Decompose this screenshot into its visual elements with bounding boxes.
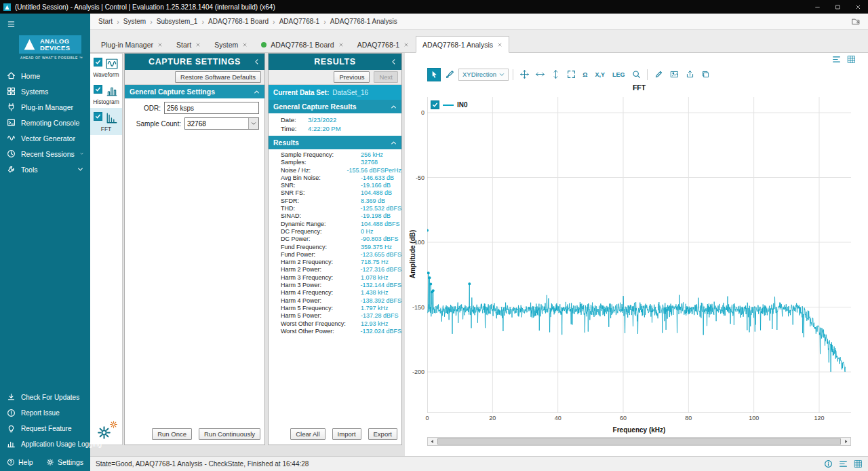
hamburger-menu-button[interactable]	[0, 14, 90, 35]
view-item-row	[90, 82, 122, 97]
sidebar-footer-settings[interactable]: Settings	[46, 458, 83, 466]
plugin-icon	[7, 102, 16, 111]
scroll-left-button[interactable]	[428, 438, 437, 445]
run-once-button[interactable]: Run Once	[152, 428, 192, 440]
result-value: -19.198 dB	[361, 212, 391, 220]
sidebar-item-application-usage-logging[interactable]: Application Usage Logging	[0, 436, 90, 452]
sidebar-item-vector-generator[interactable]: Vector Generator	[0, 130, 90, 146]
sidebar-item-systems[interactable]: Systems	[0, 83, 90, 99]
view-item-histogram[interactable]: Histogram	[90, 81, 122, 108]
export-button[interactable]: Export	[368, 428, 397, 440]
result-value: -132.144 dBFS	[360, 282, 401, 289]
scrollbar-thumb[interactable]	[437, 438, 841, 445]
fft-plot	[427, 97, 851, 413]
sidebar-item-home[interactable]: Home	[0, 68, 90, 83]
close-tab-icon[interactable]	[195, 42, 201, 48]
maximize-button[interactable]	[827, 0, 848, 14]
general-capture-results-header[interactable]: General Capture Results	[269, 100, 401, 113]
import-button[interactable]: Import	[332, 428, 361, 440]
breadcrumb-item-adaq7768-1-analysis[interactable]: ADAQ7768-1 Analysis	[330, 18, 397, 25]
checkbox-checked-icon[interactable]	[94, 58, 102, 67]
legend-toggle-button[interactable]: LEG	[610, 68, 628, 81]
close-tab-icon[interactable]	[157, 42, 163, 48]
h-zoom-button[interactable]	[533, 68, 547, 81]
chart-grid-button[interactable]	[847, 55, 856, 64]
tab-start[interactable]: Start	[170, 36, 208, 53]
annotate-button[interactable]	[652, 68, 665, 81]
scroll-right-button[interactable]	[842, 438, 850, 445]
tab-label: ADAQ7768-1 Analysis	[422, 41, 493, 49]
chart-list-button[interactable]	[832, 55, 841, 64]
pan-button[interactable]	[517, 68, 531, 81]
tab-adaq7768-1-board[interactable]: ADAQ7768-1 Board	[254, 36, 350, 53]
info-icon[interactable]	[824, 459, 833, 468]
breadcrumb-item-system[interactable]: System	[123, 18, 146, 25]
result-value: -155.56 dBFSPerHz	[347, 167, 401, 174]
previous-button[interactable]: Previous	[334, 71, 370, 83]
odr-input[interactable]	[164, 102, 259, 114]
close-tab-icon[interactable]	[403, 42, 409, 48]
general-capture-settings-header[interactable]: General Capture Settings	[125, 85, 264, 98]
minimize-icon	[814, 4, 821, 10]
sidebar-item-remoting-console[interactable]: Remoting Console	[0, 115, 90, 130]
next-button[interactable]: Next	[374, 71, 398, 83]
analysis-settings-button[interactable]	[96, 420, 118, 440]
close-tab-icon[interactable]	[338, 42, 344, 48]
results-rows: Sample Frequency:256 kHzSamples:32768Noi…	[269, 149, 401, 338]
sidebar-footer-help[interactable]: Help	[7, 458, 33, 466]
close-tab-icon[interactable]	[497, 42, 502, 48]
checkbox-checked-icon[interactable]	[94, 112, 102, 121]
console-icon	[7, 118, 16, 127]
view-item-waveform[interactable]: Waveform	[90, 54, 122, 81]
sample-count-select[interactable]: 32768	[184, 117, 259, 130]
undo-zoom-button[interactable]: Ω	[580, 68, 590, 81]
minimize-button[interactable]	[807, 0, 827, 14]
sidebar-item-check-for-updates[interactable]: Check For Updates	[0, 390, 90, 405]
plot-area[interactable]	[427, 97, 851, 413]
layout-toggle-icon[interactable]	[839, 459, 848, 468]
collapse-panel-icon[interactable]	[254, 58, 260, 66]
close-button[interactable]	[848, 0, 868, 14]
zoom-box-button[interactable]	[629, 68, 643, 81]
tab-adaq7768-1[interactable]: ADAQ7768-1	[351, 36, 416, 53]
close-tab-icon[interactable]	[242, 42, 248, 48]
result-value: 32768	[361, 159, 378, 166]
sidebar-item-report-issue[interactable]: Report Issue	[0, 405, 90, 421]
tab-system[interactable]: System	[208, 36, 254, 53]
pointer-tool-button[interactable]	[427, 68, 441, 81]
tab-adaq7768-1-analysis[interactable]: ADAQ7768-1 Analysis	[416, 36, 509, 53]
checkbox-checked-icon[interactable]	[94, 85, 102, 94]
sidebar-item-plug-in-manager[interactable]: Plug-in Manager	[0, 99, 90, 115]
horizontal-scrollbar[interactable]	[427, 437, 851, 446]
result-label: Harm 3 Power:	[281, 282, 360, 289]
snapshot-button[interactable]	[667, 68, 681, 81]
sidebar-item-tools[interactable]: Tools	[0, 162, 90, 177]
toolbar-separator	[647, 69, 648, 80]
result-row: Worst Other Power:-132.024 dBFS	[269, 328, 401, 335]
xy-direction-dropdown[interactable]: XYDirection	[458, 69, 509, 81]
grid-toggle-icon[interactable]	[854, 459, 863, 468]
brush-tool-button[interactable]	[443, 68, 456, 81]
clear-all-button[interactable]: Clear All	[290, 428, 325, 440]
breadcrumb-item-start[interactable]: Start	[98, 18, 113, 25]
tab-plug-in-manager[interactable]: Plug-in Manager	[94, 36, 170, 53]
v-zoom-button[interactable]	[549, 68, 562, 81]
export-plot-button[interactable]	[683, 68, 696, 81]
run-continuously-button[interactable]: Run Continuously	[199, 428, 260, 440]
collapse-panel-icon[interactable]	[391, 58, 397, 66]
copy-plot-button[interactable]	[698, 68, 712, 81]
results-section-header[interactable]: Results	[269, 136, 401, 149]
x-tick-label: 80	[679, 415, 697, 421]
xy-values-button[interactable]: X,Y	[592, 68, 608, 81]
breadcrumb-item-adaq7768-1[interactable]: ADAQ7768-1	[279, 18, 319, 25]
view-item-fft[interactable]: FFT	[90, 108, 122, 135]
session-export-icon[interactable]	[850, 17, 861, 26]
sidebar-item-recent-sessions[interactable]: Recent Sessions	[0, 146, 90, 162]
breadcrumb-item-adaq7768-1-board[interactable]: ADAQ7768-1 Board	[208, 18, 269, 25]
fit-view-button[interactable]	[564, 68, 578, 81]
view-item-label: FFT	[90, 126, 122, 132]
sidebar-item-request-feature[interactable]: Request Feature	[0, 421, 90, 436]
restore-defaults-button[interactable]: Restore Software Defaults	[175, 71, 261, 83]
breadcrumb-item-subsystem-1[interactable]: Subsystem_1	[157, 18, 198, 25]
result-row: SFDR:8.369 dB	[269, 197, 401, 205]
